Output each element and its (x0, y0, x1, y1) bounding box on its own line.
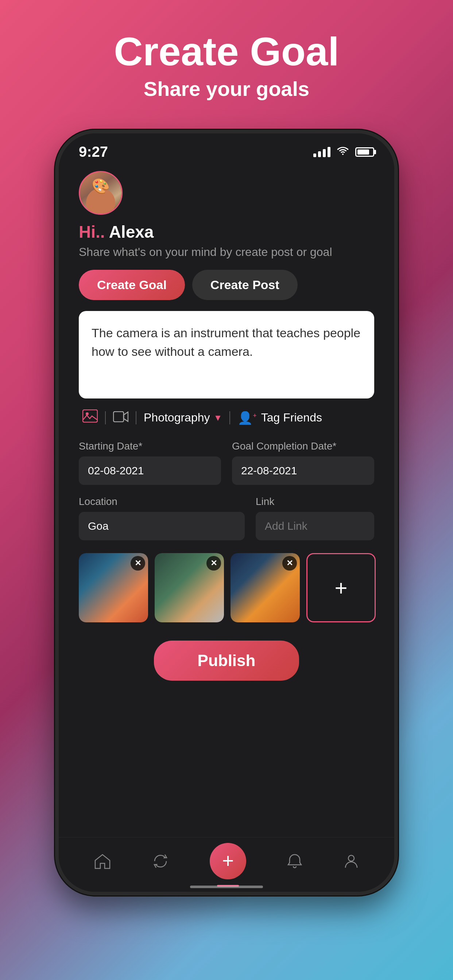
scroll-content[interactable]: Hi.. Alexa Share what's on your mind by … (59, 164, 394, 837)
photo-item-1[interactable]: ✕ (79, 553, 148, 622)
person-icon (343, 853, 359, 869)
plus-icon: + (335, 575, 347, 600)
tag-friends[interactable]: 👤+ Tag Friends (238, 410, 322, 425)
create-goal-button[interactable]: Create Goal (79, 270, 185, 300)
page-title: Create Goal (114, 29, 339, 73)
greeting-subtitle: Share what's on your mind by create post… (79, 245, 374, 259)
wifi-icon (336, 145, 349, 158)
status-icons (313, 145, 374, 158)
location-input[interactable]: Goa (79, 512, 245, 540)
bottom-nav: + (59, 837, 394, 892)
video-icon[interactable] (113, 410, 128, 425)
nav-plus-icon: + (222, 851, 234, 871)
completion-date-group: Goal Completion Date* 22-08-2021 (232, 441, 374, 485)
profile-section: Hi.. Alexa Share what's on your mind by … (79, 171, 374, 259)
add-photo-button[interactable]: + (306, 553, 376, 622)
photo-grid: ✕ ✕ ✕ + (79, 553, 374, 622)
greeting-hi: Hi.. (79, 223, 105, 241)
svg-rect-2 (113, 412, 124, 422)
refresh-icon (152, 853, 169, 869)
remove-photo-2-button[interactable]: ✕ (206, 556, 221, 571)
date-row: Starting Date* 02-08-2021 Goal Completio… (79, 441, 374, 485)
phone-frame: 9:27 (55, 130, 398, 896)
greeting: Hi.. Alexa (79, 222, 374, 242)
phone-inner: 9:27 (59, 134, 394, 892)
location-group: Location Goa (79, 496, 245, 540)
link-group: Link Add Link (256, 496, 374, 540)
avatar (79, 171, 123, 215)
phone-wrapper: 9:27 (55, 130, 398, 896)
nav-notifications[interactable] (287, 853, 303, 869)
image-icon[interactable] (83, 409, 98, 426)
notch (175, 134, 278, 155)
nav-home[interactable] (94, 853, 111, 869)
starting-date-group: Starting Date* 02-08-2021 (79, 441, 221, 485)
svg-point-1 (86, 412, 89, 415)
publish-button[interactable]: Publish (154, 641, 300, 681)
divider-1 (105, 411, 106, 425)
starting-date-input[interactable]: 02-08-2021 (79, 457, 221, 485)
header-section: Create Goal Share your goals (114, 29, 339, 100)
photo-item-2[interactable]: ✕ (155, 553, 224, 622)
completion-date-label: Goal Completion Date* (232, 441, 374, 452)
signal-icon (313, 147, 330, 157)
tag-friends-label: Tag Friends (261, 411, 322, 425)
status-time: 9:27 (79, 144, 108, 160)
post-text-content[interactable]: The camera is an instrument that teaches… (91, 324, 362, 361)
greeting-name: Alexa (109, 223, 154, 241)
remove-photo-1-button[interactable]: ✕ (131, 556, 145, 571)
media-toolbar: Photography ▼ 👤+ Tag Friends (79, 409, 374, 426)
remove-photo-3-button[interactable]: ✕ (282, 556, 297, 571)
link-label: Link (256, 496, 374, 508)
svg-point-3 (348, 855, 354, 861)
create-post-button[interactable]: Create Post (192, 270, 298, 300)
divider-3 (230, 411, 230, 425)
category-select[interactable]: Photography ▼ (144, 411, 222, 425)
loc-link-row: Location Goa Link Add Link (79, 496, 374, 540)
chevron-down-icon: ▼ (214, 413, 222, 423)
action-buttons: Create Goal Create Post (79, 270, 374, 300)
publish-button-wrapper: Publish (79, 641, 374, 681)
link-input[interactable]: Add Link (256, 512, 374, 540)
divider-2 (136, 411, 136, 425)
battery-icon (355, 147, 374, 157)
nav-refresh[interactable] (152, 853, 169, 869)
page-subtitle: Share your goals (114, 77, 339, 100)
starting-date-label: Starting Date* (79, 441, 221, 452)
nav-add-button[interactable]: + (210, 843, 246, 880)
bell-icon (287, 853, 303, 869)
category-label: Photography (144, 411, 210, 425)
post-text-area-wrapper[interactable]: The camera is an instrument that teaches… (79, 311, 374, 398)
photo-item-3[interactable]: ✕ (231, 553, 300, 622)
home-icon (94, 853, 111, 869)
svg-rect-0 (83, 410, 97, 422)
completion-date-input[interactable]: 22-08-2021 (232, 457, 374, 485)
location-label: Location (79, 496, 245, 508)
nav-profile[interactable] (343, 853, 359, 869)
home-indicator (190, 886, 263, 888)
tag-icon: 👤+ (238, 410, 257, 425)
